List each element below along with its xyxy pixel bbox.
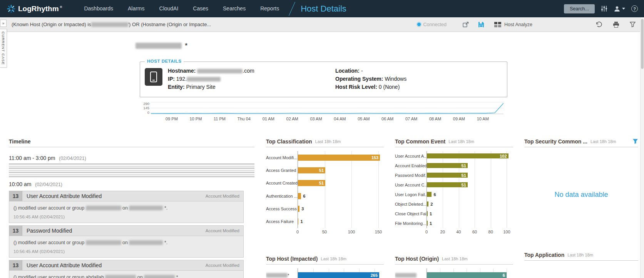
bar-label: Object Deleted... <box>395 199 427 209</box>
bar-row: 51 <box>427 180 513 190</box>
collapsed-row <box>9 166 254 167</box>
bar[interactable] <box>427 211 428 216</box>
field-label: Hostname: <box>168 68 196 74</box>
event-card-body: () modified user account or group on *.1… <box>9 201 243 223</box>
axis-tick-label: 60 <box>472 230 477 234</box>
top-host-impacted-chart: * 265 <box>266 268 384 278</box>
top-classification-chart: Account Modifi...Access GrantedAccount C… <box>266 151 384 235</box>
nav-item-reports[interactable]: Reports <box>253 0 286 17</box>
chart-title: Top Security Common ... <box>524 138 587 145</box>
host-analyze-icon <box>494 22 501 27</box>
top-host-impacted-header: Top Host (Impacted) Last 18h 18m <box>266 255 384 265</box>
filter-sliders-icon[interactable] <box>601 5 607 12</box>
field-label: IP: <box>168 76 175 82</box>
undo-icon[interactable] <box>595 22 602 28</box>
chart-title: Top Common Event <box>395 138 445 145</box>
scrollbar-thumb[interactable] <box>641 19 644 69</box>
chart-title: Top Application <box>524 252 564 258</box>
bar[interactable]: 51 <box>298 180 325 186</box>
bar[interactable] <box>298 193 301 199</box>
axis-tick-label: 0 <box>425 230 428 234</box>
bar-value: 51 <box>462 163 468 168</box>
search-query[interactable]: (Known Host (Origin or Impacted) is ') O… <box>12 22 211 27</box>
bar-row: 102 <box>427 151 513 161</box>
bar-label: User Logon Fail... <box>395 190 427 199</box>
event-title: User Account Attribute Modified <box>27 193 102 199</box>
bar[interactable]: 265 <box>298 272 379 278</box>
bar-row: 6 <box>298 190 384 202</box>
nav-item-cloudai[interactable]: CloudAI <box>152 0 186 17</box>
bar[interactable] <box>298 206 299 212</box>
query-text-post: ') OR (Hostname (Origin or Impacte... <box>128 22 211 27</box>
bar[interactable] <box>427 221 428 226</box>
bar[interactable]: 51 <box>298 167 325 173</box>
top-host-origin-chart: 6 <box>395 268 513 278</box>
host-analyze-button[interactable]: Host Analyze <box>494 22 532 27</box>
bar-label: Authentication ... <box>266 190 298 202</box>
sparkline-plot[interactable] <box>151 102 503 114</box>
axis-tick-label: 80 <box>488 230 493 234</box>
timeline-event-card[interactable]: 13User Account Attribute ModifiedAccount… <box>9 260 244 278</box>
chart-filter-funnel-icon[interactable] <box>632 138 638 144</box>
nav-item-dashboards[interactable]: Dashboards <box>77 0 120 17</box>
connected-label: Connected <box>423 22 447 27</box>
event-card-header: 13Password ModifiedAccount Modified <box>9 226 243 236</box>
logrhythm-logo[interactable]: LogRhythm ® <box>7 5 62 13</box>
bar-value: 1 <box>430 221 432 226</box>
bar[interactable]: 153 <box>298 155 380 161</box>
bar[interactable]: 51 <box>427 163 468 168</box>
sparkline-x-tick: 09 PM <box>166 117 178 121</box>
nav-item-searches[interactable]: Searches <box>216 0 253 17</box>
bar-value: 51 <box>462 173 468 178</box>
chart-title: Top Classification <box>266 138 312 145</box>
bar[interactable] <box>427 201 428 206</box>
bar[interactable]: 102 <box>427 153 509 158</box>
event-card-header: 13User Account Attribute ModifiedAccount… <box>9 260 243 271</box>
nav-item-cases[interactable]: Cases <box>186 0 216 17</box>
bar-value: 3 <box>301 206 304 211</box>
bar[interactable]: 51 <box>427 182 468 187</box>
sparkline-x-tick: 09 AM <box>453 117 465 121</box>
save-search-icon[interactable] <box>478 22 484 28</box>
bar-value: 153 <box>371 155 380 160</box>
bar-labels: User Account A...Account EnabledPassword… <box>395 151 427 235</box>
expand-panel-button[interactable]: » <box>0 20 7 27</box>
filter-funnel-icon[interactable] <box>630 22 636 27</box>
popout-icon[interactable] <box>463 22 469 27</box>
bar-row: 6 <box>427 268 513 278</box>
axis-tick-label: 150 <box>375 230 382 234</box>
bar-value: 6 <box>503 273 507 278</box>
bar-row: 1 <box>298 215 384 228</box>
bar-value: 51 <box>319 168 325 173</box>
timeline-collapsed-rows[interactable] <box>9 163 254 177</box>
redacted-account-name <box>86 206 121 210</box>
timeline-event-card[interactable]: 13User Account Attribute ModifiedAccount… <box>9 191 244 223</box>
bar-label: Password Modif... <box>395 170 427 180</box>
help-icon[interactable]: ? <box>631 5 638 12</box>
nav-item-alarms[interactable]: Alarms <box>120 0 152 17</box>
bar-row: 2 <box>427 199 513 209</box>
timeline-event-card[interactable]: 13Password ModifiedAccount Modified() mo… <box>9 225 244 258</box>
vertical-scrollbar[interactable] <box>640 17 644 278</box>
bar[interactable] <box>427 192 432 197</box>
user-menu[interactable] <box>614 5 625 12</box>
connection-status: Connected <box>417 22 447 27</box>
bar[interactable]: 6 <box>427 272 507 278</box>
print-icon[interactable] <box>613 22 619 28</box>
sparkline-x-tick: 11 PM <box>214 117 226 121</box>
bar[interactable] <box>298 218 298 225</box>
host-fields-right: Location: -Operating System: WindowsHost… <box>335 67 406 91</box>
current-case-tab[interactable]: CURRENT CASE <box>0 29 7 68</box>
event-title: User Account Attribute Modified <box>27 262 102 268</box>
field-label: Operating System: <box>335 76 383 82</box>
sparkline-x-tick: 01 AM <box>263 117 274 121</box>
timeline-group-1[interactable]: 11:00 am - 3:00 pm (02/04/2021) <box>9 155 254 161</box>
sparkline-x-tick: 10 AM <box>477 117 489 121</box>
sparkline-y-tick: 0 <box>147 111 149 115</box>
event-card-body: () modified user account or group on *.1… <box>9 236 243 257</box>
collapsed-row <box>9 163 254 165</box>
timeline-group-2[interactable]: 10:00 am (02/04/2021) <box>9 181 254 187</box>
bar[interactable]: 51 <box>427 173 468 178</box>
search-button[interactable]: Search... <box>564 4 595 13</box>
sparkline-x-tick: 06 AM <box>381 117 393 121</box>
